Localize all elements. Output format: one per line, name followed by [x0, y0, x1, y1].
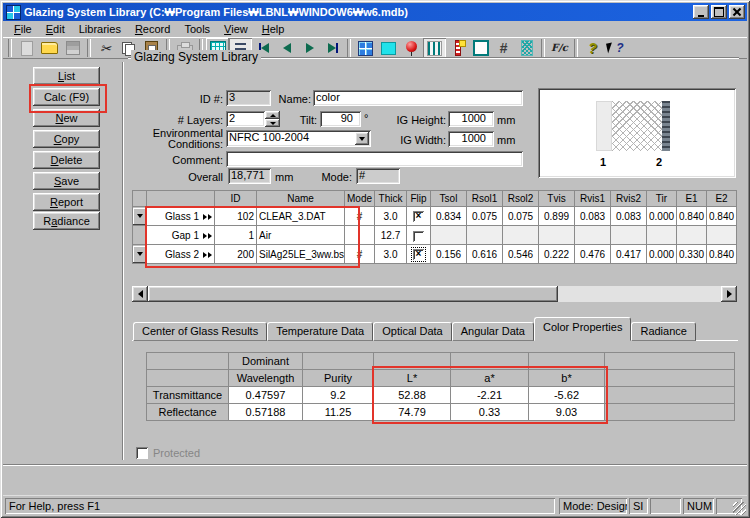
toolbar-temp-units-button[interactable]: F/c [548, 38, 571, 58]
maximize-icon [714, 7, 724, 17]
radiance-button[interactable]: Radiance [33, 212, 100, 230]
results-tabs: Center of Glass Results Temperature Data… [133, 321, 696, 341]
toolbar-prev-record-button[interactable] [275, 38, 298, 58]
save-button[interactable]: Save [33, 172, 100, 190]
color-swatch-icon [381, 42, 396, 55]
toolbar-divider-button[interactable]: # [492, 38, 515, 58]
close-icon [733, 8, 741, 16]
toolbar-temperature-button[interactable] [446, 38, 469, 58]
menu-record[interactable]: Record [128, 22, 177, 36]
scroll-right-button[interactable] [721, 286, 737, 302]
ig-height-label: IG Height: [390, 113, 446, 127]
protected-label: Protected [153, 446, 200, 460]
preview-glass1 [596, 101, 612, 151]
menu-help[interactable]: Help [255, 22, 292, 36]
tilt-field[interactable]: 90 [320, 111, 361, 127]
toolbar-context-help-button[interactable]: ? [604, 38, 627, 58]
tab-color-properties[interactable]: Color Properties [534, 317, 631, 341]
expander-icon[interactable] [202, 249, 212, 260]
tilt-unit: ° [364, 111, 368, 125]
menu-libraries[interactable]: Libraries [72, 22, 128, 36]
overall-unit: mm [275, 170, 293, 184]
layers-hscrollbar [132, 286, 737, 302]
transmittance-row: Transmittance 0.47597 9.2 52.88 -2.21 -5… [147, 387, 735, 404]
minimize-icon [698, 15, 704, 17]
layers-grid: ID Name Mode Thick Flip Tsol Rsol1 Rsol2… [132, 190, 737, 264]
shading-icon [521, 40, 533, 56]
toolbar-save-button[interactable] [61, 38, 84, 58]
env-label-line2: Conditions: [146, 137, 223, 151]
context-help-icon: ? [607, 42, 623, 54]
tab-center-of-glass-results[interactable]: Center of Glass Results [133, 322, 267, 341]
toolbar-tile-windows-button[interactable] [354, 38, 377, 58]
resize-grip[interactable] [733, 502, 746, 515]
preview-gap [612, 101, 662, 151]
open-folder-icon [41, 42, 58, 54]
stepper-down-button[interactable] [265, 119, 280, 127]
close-button[interactable] [729, 5, 745, 19]
name-field[interactable]: color [313, 90, 523, 106]
scroll-right-icon [727, 290, 732, 298]
layer-row-glass2: Glass 2 200 SilAg25LE_3ww.bsf # 3.0 × 0.… [133, 245, 737, 264]
status-bar: For Help, press F1 Mode: Design SI NUM [3, 495, 747, 516]
mode-label: Mode: [318, 170, 352, 184]
copy-button[interactable]: Copy [33, 130, 100, 148]
toolbar-frame-button[interactable] [469, 38, 492, 58]
menu-edit[interactable]: Edit [39, 22, 72, 36]
toolbar-cut-button[interactable]: ✂ [94, 38, 117, 58]
color-table-header-group: Dominant [147, 353, 735, 370]
menu-file[interactable]: File [7, 22, 39, 36]
tab-radiance[interactable]: Radiance [631, 322, 695, 341]
nav-last-icon [328, 43, 336, 53]
protected-checkbox[interactable] [136, 447, 148, 459]
comment-field[interactable] [226, 151, 523, 167]
color-properties-table: Dominant Wavelength Purity L* a* b* Tran… [146, 352, 735, 421]
ig-width-field[interactable]: 1000 [448, 131, 494, 147]
toolbar-optics-button[interactable] [400, 38, 423, 58]
toolbar-color-swatch-button[interactable] [377, 38, 400, 58]
tab-angular-data[interactable]: Angular Data [452, 322, 534, 341]
preview-glass2 [662, 101, 670, 151]
flip-checkbox[interactable]: × [413, 211, 424, 222]
id-field[interactable]: 3 [226, 90, 271, 106]
layers-field[interactable]: 2 [226, 111, 265, 127]
ig-width-label: IG Width: [394, 133, 446, 147]
minimize-button[interactable] [693, 5, 709, 19]
maximize-button[interactable] [711, 5, 727, 19]
menu-view[interactable]: View [217, 22, 255, 36]
layers-grid-header: ID Name Mode Thick Flip Tsol Rsol1 Rsol2… [133, 191, 737, 207]
list-button[interactable]: List [33, 67, 100, 85]
scrollbar-thumb[interactable] [148, 286, 558, 302]
row-dropdown-button[interactable] [133, 208, 146, 225]
toolbar-new-button[interactable] [15, 38, 38, 58]
expander-icon[interactable] [202, 230, 212, 241]
expander-icon[interactable] [202, 211, 212, 222]
layers-stepper [265, 111, 280, 127]
menu-tools[interactable]: Tools [177, 22, 217, 36]
stepper-up-button[interactable] [265, 111, 280, 119]
calc-button[interactable]: Calc (F9) [33, 88, 100, 106]
overall-field: 18,771 [228, 168, 271, 184]
scroll-left-button[interactable] [132, 286, 148, 302]
flip-checkbox[interactable] [413, 231, 424, 242]
toolbar: ✂ # F/c ? ? [3, 37, 747, 59]
toolbar-next-record-button[interactable] [298, 38, 321, 58]
report-button[interactable]: Report [33, 193, 100, 211]
delete-button[interactable]: Delete [33, 151, 100, 169]
preview-label-1: 1 [600, 156, 606, 168]
toolbar-shading-button[interactable] [515, 38, 538, 58]
toolbar-separator [347, 39, 351, 57]
toolbar-open-button[interactable] [38, 38, 61, 58]
toolbar-help-button[interactable]: ? [581, 38, 604, 58]
flip-checkbox[interactable]: × [413, 249, 424, 260]
new-button[interactable]: New [33, 109, 100, 127]
scrollbar-track[interactable] [558, 286, 721, 302]
tab-optical-data[interactable]: Optical Data [373, 322, 452, 341]
toolbar-last-record-button[interactable] [321, 38, 344, 58]
ig-height-field[interactable]: 1000 [448, 111, 494, 127]
row-dropdown-button[interactable] [133, 246, 146, 263]
tab-temperature-data[interactable]: Temperature Data [267, 322, 373, 341]
env-conditions-dropdown[interactable]: NFRC 100-2004 [226, 130, 371, 147]
toolbar-glazing-layers-button[interactable] [423, 38, 446, 58]
dropdown-button[interactable] [355, 132, 369, 145]
